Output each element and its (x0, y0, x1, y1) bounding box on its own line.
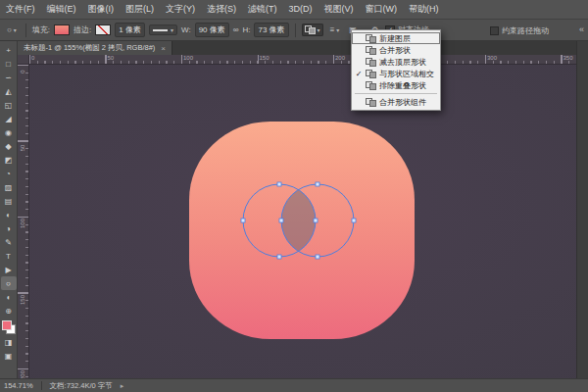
healing-brush-tool[interactable]: ◉ (1, 125, 17, 139)
ruler-label: 150 (20, 292, 25, 308)
path-operations-icon (305, 25, 316, 34)
vertical-ruler[interactable]: 050100150200 (18, 65, 29, 378)
ruler-label: 200 (20, 368, 25, 378)
move-tool[interactable]: + (1, 43, 17, 57)
ellipse-tool-icon: ○ (7, 25, 12, 34)
path-ops-menu-item[interactable]: 减去顶层形状 (352, 56, 440, 68)
menubar-item[interactable]: 视图(V) (318, 0, 360, 19)
quick-selection-tool[interactable]: ◭ (1, 84, 17, 98)
height-field[interactable]: 73 像素 (254, 23, 288, 37)
menubar-item[interactable]: 文字(Y) (160, 0, 201, 19)
menubar-item[interactable]: 编辑(E) (41, 0, 82, 19)
fill-swatch[interactable] (54, 24, 70, 35)
path-ops-menu-item[interactable]: ✓与形状区域相交 (352, 68, 440, 79)
menubar-item[interactable]: 滤镜(T) (242, 0, 283, 19)
dropdown-arrow-icon: ▾ (14, 26, 17, 33)
ruler-label: 0 (20, 65, 25, 79)
path-operations-menu: 新建图层合并形状减去顶层形状✓与形状区域相交排除重叠形状合并形状组件 (351, 29, 441, 111)
path-operations-button[interactable]: ▾ (302, 24, 323, 36)
ruler-label: 100 (20, 216, 25, 231)
gradient-tool[interactable]: ▤ (1, 194, 17, 208)
dropdown-arrow-icon: ▾ (171, 26, 173, 33)
shape-op-icon (366, 98, 376, 107)
constrain-path-option[interactable]: 约束路径拖动 (490, 20, 549, 41)
ruler-label: 350 (564, 55, 573, 61)
path-ops-menu-item[interactable]: 新建图层 (352, 32, 440, 44)
menu-item-label: 与形状区域相交 (379, 69, 434, 79)
zoom-level-field[interactable]: 154.71% (4, 381, 33, 390)
collapse-panels-icon[interactable]: « (579, 24, 584, 34)
shape-op-icon (366, 46, 376, 55)
path-selection-tool[interactable]: ▶ (1, 263, 17, 276)
canvas[interactable] (29, 65, 576, 378)
ruler-label: 150 (260, 55, 270, 61)
menu-item-label: 合并形状组件 (379, 97, 426, 108)
menubar-item[interactable]: 图层(L) (120, 0, 160, 19)
menu-item-label: 排除重叠形状 (379, 80, 426, 91)
brush-tool[interactable]: ◆ (1, 139, 17, 153)
path-ops-menu-item[interactable]: 合并形状 (352, 44, 440, 56)
menubar-item[interactable]: 图像(I) (82, 0, 121, 19)
marquee-tool[interactable]: □ (1, 57, 17, 71)
intersection-lens (281, 190, 316, 252)
status-options-arrow-icon[interactable]: ▸ (121, 382, 124, 390)
width-field[interactable]: 90 像素 (195, 23, 229, 37)
path-ops-menu-item[interactable]: 排除重叠形状 (352, 79, 440, 91)
dropdown-arrow-icon: ▾ (336, 26, 339, 33)
tools-panel: +□∽◭◱◢◉◆◩◔▨▤◐◑✎T▶○◖⊕ ◨ ▣ (0, 41, 18, 378)
menu-item-label: 新建图层 (379, 33, 411, 44)
height-label: H: (242, 25, 250, 34)
status-bar: 154.71% 文档:732.4K/0 字节 ▸ (0, 378, 588, 392)
quick-mask-button[interactable]: ◨ (1, 335, 17, 349)
eyedropper-tool[interactable]: ◢ (1, 112, 17, 125)
hand-tool[interactable]: ◖ (1, 290, 17, 304)
ruler-label: 50 (20, 140, 25, 156)
crop-tool[interactable]: ◱ (1, 98, 17, 112)
document-size-info: 文档:732.4K/0 字节 (50, 381, 113, 391)
ruler-label: 200 (335, 55, 345, 61)
foreground-color-swatch[interactable] (2, 320, 12, 330)
stroke-style-select[interactable]: ▾ (149, 24, 177, 35)
options-bar: ○ ▾ 填充: 描边: 1 像素 ▾ W: 90 像素 ∞ H: 73 像素 ▾… (0, 20, 588, 41)
tool-preset-button[interactable]: ○ ▾ (4, 24, 20, 36)
blur-tool[interactable]: ◐ (1, 208, 17, 221)
divider (25, 24, 26, 37)
history-brush-tool[interactable]: ◔ (1, 167, 17, 180)
menu-item-label: 减去顶层形状 (379, 57, 426, 68)
menu-separator (355, 93, 437, 94)
path-alignment-button[interactable]: ≡ ▾ (327, 24, 343, 36)
dodge-tool[interactable]: ◑ (1, 221, 17, 235)
menubar-item[interactable]: 选择(S) (201, 0, 242, 19)
stroke-label: 描边: (74, 24, 91, 35)
clone-stamp-tool[interactable]: ◩ (1, 153, 17, 167)
screen-mode-button[interactable]: ▣ (1, 349, 17, 363)
ruler-label: 50 (108, 55, 115, 61)
ellipse-paths[interactable] (239, 180, 359, 263)
dropdown-arrow-icon: ▾ (318, 26, 320, 33)
eraser-tool[interactable]: ▨ (1, 180, 17, 194)
menubar-item[interactable]: 文件(F) (0, 0, 41, 19)
shape-tool[interactable]: ○ (1, 276, 17, 290)
horizontal-ruler[interactable]: 050100150200250300350 (29, 55, 576, 65)
divider (295, 24, 296, 37)
shape-op-icon (366, 81, 376, 90)
link-dimensions-icon[interactable]: ∞ (233, 25, 239, 34)
menubar-item[interactable]: 帮助(H) (403, 0, 445, 19)
menubar-item[interactable]: 窗口(W) (360, 0, 404, 19)
panel-dock-strip[interactable] (576, 41, 588, 378)
stroke-width-field[interactable]: 1 像素 (115, 23, 145, 37)
color-swatches[interactable] (1, 319, 17, 335)
constrain-checkbox[interactable] (490, 26, 499, 35)
ruler-origin-corner[interactable] (18, 55, 29, 65)
type-tool[interactable]: T (1, 249, 17, 263)
zoom-tool[interactable]: ⊕ (1, 304, 17, 318)
close-icon[interactable]: × (161, 44, 166, 53)
ruler-label: 100 (183, 55, 193, 61)
pen-tool[interactable]: ✎ (1, 235, 17, 249)
lasso-tool[interactable]: ∽ (1, 71, 17, 84)
document-tab[interactable]: 未标题-1 @ 155%(椭圆 2 拷贝, RGB/8#) × (18, 41, 172, 55)
path-ops-menu-item[interactable]: 合并形状组件 (352, 96, 440, 108)
menubar-item[interactable]: 3D(D) (283, 0, 318, 19)
stroke-swatch[interactable] (95, 24, 111, 35)
menu-bar: 文件(F)编辑(E)图像(I)图层(L)文字(Y)选择(S)滤镜(T)3D(D)… (0, 0, 588, 20)
